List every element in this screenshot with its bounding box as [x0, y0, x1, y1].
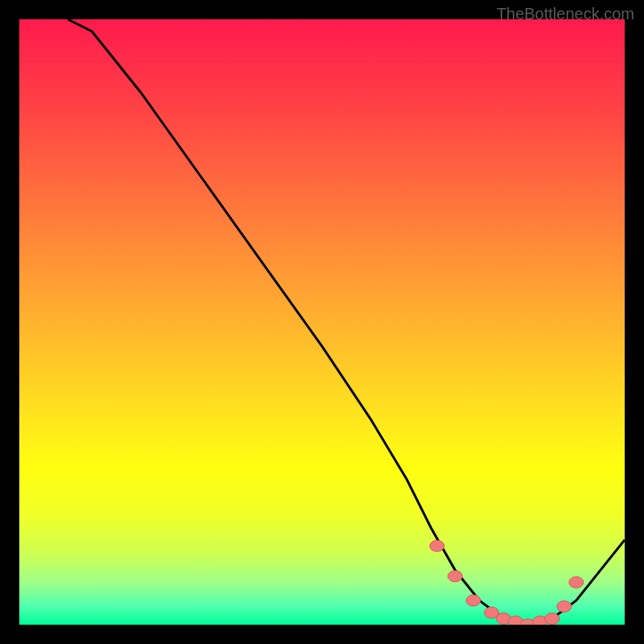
marker-dot — [448, 571, 462, 582]
marker-dot — [430, 540, 444, 551]
bottleneck-curve — [68, 19, 625, 625]
marker-dot — [569, 576, 584, 588]
marker-dot — [466, 595, 481, 606]
plot-area — [19, 19, 625, 625]
marker-dot — [557, 601, 572, 612]
chart-svg — [19, 19, 625, 625]
watermark-text: TheBottleneck.com — [497, 5, 634, 23]
marker-dot — [545, 613, 559, 625]
